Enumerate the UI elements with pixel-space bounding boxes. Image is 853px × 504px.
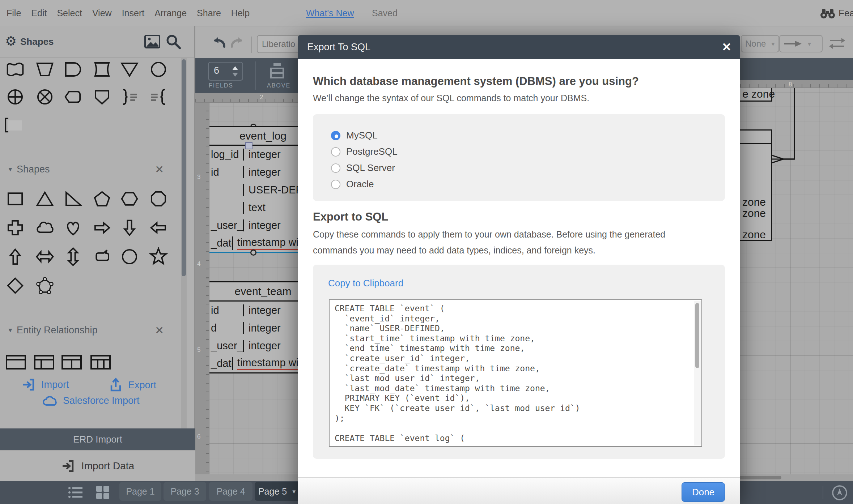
horizontal-ruler: 8 bbox=[740, 80, 853, 88]
erd-import-bar[interactable]: ERD Import bbox=[0, 428, 195, 450]
menu-share[interactable]: Share bbox=[197, 8, 221, 18]
line-endpoint-none-select[interactable]: None▼ bbox=[741, 35, 779, 52]
tab-page-3[interactable]: Page 3 bbox=[164, 482, 206, 501]
sql-code-box[interactable]: CREATE TABLE `event` ( `event_id` intege… bbox=[329, 299, 702, 447]
shape-arrow-up-down[interactable] bbox=[63, 247, 83, 267]
copy-to-clipboard-link[interactable]: Copy to Clipboard bbox=[328, 278, 403, 289]
page-grid-icon[interactable] bbox=[95, 484, 111, 500]
shape-brace-left-note[interactable] bbox=[148, 87, 169, 107]
feature-find-icon[interactable] bbox=[820, 7, 836, 19]
stepper-down-icon[interactable] bbox=[232, 73, 238, 77]
sidebar-header: ⚙ Shapes bbox=[0, 26, 195, 58]
shape-bracket-left[interactable] bbox=[4, 115, 24, 135]
tab-page-4[interactable]: Page 4 bbox=[209, 482, 252, 501]
shape-entity-2col-left[interactable] bbox=[33, 352, 56, 372]
scrollbar-thumb[interactable] bbox=[695, 303, 699, 368]
gear-icon[interactable]: ⚙ bbox=[5, 33, 17, 49]
code-scrollbar[interactable] bbox=[694, 301, 701, 445]
radio-postgresql[interactable]: PostgreSQL bbox=[331, 144, 725, 160]
shape-shield-down[interactable] bbox=[92, 87, 112, 107]
shape-arrow-left-right[interactable] bbox=[35, 247, 55, 267]
menu-arrange[interactable]: Arrange bbox=[154, 8, 187, 18]
connection-point[interactable] bbox=[250, 249, 256, 256]
shape-arrow-down[interactable] bbox=[119, 218, 140, 238]
shape-diamond[interactable] bbox=[5, 276, 25, 296]
close-section-icon[interactable]: ✕ bbox=[155, 324, 164, 337]
shape-triangle[interactable] bbox=[35, 189, 55, 209]
fields-stepper[interactable]: 6 bbox=[208, 62, 243, 81]
salesforce-import-link[interactable]: Salesforce Import bbox=[42, 395, 140, 406]
page-list-icon[interactable] bbox=[67, 484, 84, 500]
tab-page-1[interactable]: Page 1 bbox=[119, 482, 161, 501]
whats-new-link[interactable]: What's New bbox=[306, 0, 354, 26]
search-icon[interactable] bbox=[165, 33, 182, 50]
shape-star[interactable] bbox=[148, 247, 169, 267]
radio-icon[interactable] bbox=[331, 163, 340, 173]
collapse-triangle-icon[interactable]: ▼ bbox=[7, 166, 13, 173]
menu-view[interactable]: View bbox=[92, 8, 112, 18]
selection-handle[interactable] bbox=[245, 142, 252, 149]
radio-mysql[interactable]: MySQL bbox=[331, 127, 725, 144]
menu-help[interactable]: Help bbox=[231, 8, 250, 18]
shape-arrow-up[interactable] bbox=[5, 247, 25, 267]
shape-trapezoid-down[interactable] bbox=[35, 59, 55, 80]
shape-entity-plain[interactable] bbox=[4, 352, 27, 372]
redo-icon[interactable] bbox=[230, 34, 246, 50]
shape-triangle-down[interactable] bbox=[119, 59, 140, 80]
radio-sql-server[interactable]: SQL Server bbox=[331, 160, 725, 176]
menu-insert[interactable]: Insert bbox=[122, 8, 145, 18]
shape-entity-3col[interactable] bbox=[89, 352, 112, 372]
image-icon[interactable] bbox=[144, 34, 161, 49]
line-arrow-style-select[interactable]: ▼ bbox=[779, 35, 823, 52]
close-section-icon[interactable]: ✕ bbox=[155, 163, 164, 176]
er-import-link[interactable]: Import bbox=[22, 377, 69, 392]
shape-summing-junction[interactable] bbox=[35, 87, 55, 107]
radio-icon[interactable] bbox=[331, 147, 340, 157]
menu-file[interactable]: File bbox=[7, 8, 21, 18]
import-data-button[interactable]: Import Data bbox=[0, 450, 195, 481]
presentation-pointer-icon[interactable] bbox=[831, 484, 848, 501]
shape-octagon[interactable] bbox=[148, 189, 169, 209]
insert-row-above-icon[interactable] bbox=[269, 62, 285, 80]
shape-hexagon[interactable] bbox=[119, 189, 140, 209]
shape-heart[interactable] bbox=[63, 218, 83, 238]
arrow-style-icon bbox=[784, 40, 802, 47]
undo-icon[interactable] bbox=[210, 34, 226, 50]
radio-selected-icon[interactable] bbox=[331, 131, 340, 140]
radio-oracle[interactable]: Oracle bbox=[331, 176, 725, 192]
done-button[interactable]: Done bbox=[682, 482, 725, 502]
shape-brace-right-note[interactable] bbox=[119, 87, 140, 107]
shape-callout[interactable] bbox=[92, 247, 112, 267]
radio-icon[interactable] bbox=[331, 180, 340, 189]
tab-page-5-active[interactable]: Page 5 ▼ bbox=[255, 482, 300, 501]
feature-find-label[interactable]: Fea bbox=[839, 0, 853, 26]
scrollbar-thumb[interactable] bbox=[182, 59, 186, 276]
shape-cloud[interactable] bbox=[35, 218, 55, 238]
shape-right-triangle[interactable] bbox=[63, 189, 83, 209]
shape-display[interactable] bbox=[92, 59, 112, 80]
shape-delay[interactable] bbox=[63, 59, 83, 80]
shape-or-junction[interactable] bbox=[5, 87, 25, 107]
shape-pentagon[interactable] bbox=[92, 189, 112, 209]
shape-arrow-left[interactable] bbox=[148, 218, 169, 238]
close-icon[interactable]: ✕ bbox=[722, 40, 731, 54]
shape-cross[interactable] bbox=[5, 218, 25, 238]
collapse-triangle-icon[interactable]: ▼ bbox=[7, 327, 13, 334]
horizontal-ruler: 2 bbox=[195, 93, 298, 103]
shape-wave-flag[interactable] bbox=[5, 59, 25, 80]
shape-prep-hexagon[interactable] bbox=[63, 87, 83, 107]
menu-edit[interactable]: Edit bbox=[31, 8, 47, 18]
shape-circle[interactable] bbox=[148, 59, 169, 80]
save-status: Saved bbox=[372, 0, 398, 26]
shape-rectangle[interactable] bbox=[5, 189, 25, 209]
chevron-down-icon[interactable]: ▼ bbox=[291, 488, 297, 495]
stepper-up-icon[interactable] bbox=[232, 66, 238, 70]
reverse-line-icon[interactable] bbox=[828, 37, 846, 50]
menu-select[interactable]: Select bbox=[57, 8, 82, 18]
shape-polygon-vertices[interactable] bbox=[35, 276, 55, 296]
shape-entity-2col[interactable] bbox=[60, 352, 83, 372]
er-export-link[interactable]: Export bbox=[109, 377, 156, 393]
shape-circle-2[interactable] bbox=[119, 247, 140, 267]
sidebar-scrollbar[interactable] bbox=[181, 58, 187, 428]
shape-arrow-right[interactable] bbox=[92, 218, 112, 238]
